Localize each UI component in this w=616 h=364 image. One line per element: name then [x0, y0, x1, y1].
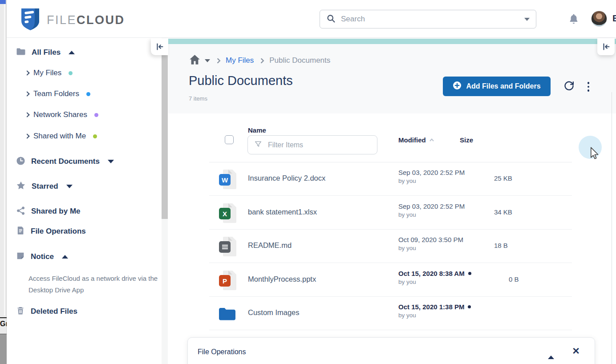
content-scrollbar-edge[interactable]	[612, 92, 612, 364]
trash-icon	[16, 306, 25, 317]
modified-by: by you	[398, 312, 471, 319]
star-icon	[16, 180, 26, 193]
expand-caret-icon	[108, 160, 114, 163]
panel-close-button[interactable]: ✕	[571, 345, 581, 357]
share-icon	[16, 206, 26, 218]
modified-date: Sep 03, 2020 2:52 PM	[398, 202, 465, 210]
modified-date: Oct 15, 2020 1:38 PM	[398, 303, 471, 311]
mouse-cursor	[590, 147, 600, 163]
collapse-caret-icon	[69, 51, 75, 54]
user-avatar[interactable]	[591, 11, 607, 27]
clock-icon	[16, 156, 26, 168]
sidebar: All Files My Files Team Folders Network …	[7, 38, 168, 364]
recent-change-dot	[468, 272, 471, 275]
main-content: My Files Public Documents Public Documen…	[168, 38, 616, 364]
breadcrumb-current: Public Documents	[269, 56, 330, 65]
chevron-right-icon	[24, 91, 29, 96]
file-name: README.md	[248, 241, 292, 250]
accent-bar	[168, 39, 616, 44]
search-scope-dropdown-icon[interactable]	[524, 18, 530, 21]
home-dropdown-caret-icon[interactable]	[205, 59, 210, 62]
modified-by: by you	[398, 279, 471, 285]
user-name-partial: E	[612, 13, 616, 24]
file-row-bank-statement[interactable]: X bank statement1.xlsx Sep 03, 2020 2:52…	[209, 196, 572, 230]
modified-by: by you	[398, 178, 465, 184]
notifications-bell-icon[interactable]	[568, 13, 579, 25]
modified-column-header[interactable]: Modified	[398, 136, 434, 144]
expand-caret-icon	[66, 185, 73, 188]
file-operations-panel: File Operations ✕	[187, 337, 595, 364]
status-dot	[69, 71, 73, 75]
file-size: 18 B	[494, 242, 508, 249]
sidebar-item-shared-with-me[interactable]: Shared with Me	[25, 130, 97, 142]
more-options-button[interactable]	[585, 81, 592, 93]
excel-file-icon: X	[219, 203, 238, 223]
search-icon	[326, 14, 336, 25]
filecloud-logo: FILECLOUD	[20, 7, 125, 33]
file-row-insurance-policy[interactable]: W Insurance Policy 2.docx Sep 03, 2020 2…	[209, 162, 572, 196]
breadcrumb: My Files Public Documents	[189, 54, 330, 67]
file-name: MonthlyProcess.pptx	[248, 275, 316, 283]
word-file-icon: W	[219, 169, 238, 190]
file-operations-panel-title: File Operations	[198, 348, 246, 356]
breadcrumb-chevron-icon	[215, 58, 221, 64]
modified-date: Oct 15, 2020 8:38 AM	[398, 270, 471, 277]
breadcrumb-link-my-files[interactable]: My Files	[226, 56, 254, 65]
sidebar-scrollbar-thumb[interactable]	[162, 38, 168, 219]
folder-name: Custom Images	[248, 308, 300, 317]
add-files-button[interactable]: Add Files and Folders	[443, 77, 551, 96]
file-row-monthly-process[interactable]: P MonthlyProcess.pptx Oct 15, 2020 8:38 …	[209, 263, 572, 297]
chevron-right-icon	[24, 112, 29, 117]
notice-text: Access FileCloud as a network drive via …	[28, 273, 162, 295]
funnel-icon	[254, 140, 262, 150]
status-dot	[94, 113, 98, 117]
size-column-header[interactable]: Size	[460, 136, 473, 144]
filter-box	[247, 135, 377, 154]
sidebar-item-recent-documents[interactable]: Recent Documents	[16, 155, 114, 168]
logo-text: FILECLOUD	[47, 13, 125, 27]
topbar: FILECLOUD E	[7, 0, 616, 38]
page-title: Public Documents	[189, 73, 293, 88]
filter-input[interactable]	[268, 141, 371, 149]
sidebar-item-shared-by-me[interactable]: Shared by Me	[16, 205, 81, 218]
search-input[interactable]	[341, 15, 519, 24]
sidebar-item-notice[interactable]: Notice	[16, 251, 68, 263]
sidebar-item-starred[interactable]: Starred	[16, 180, 73, 193]
refresh-icon	[563, 80, 575, 92]
status-dot	[93, 134, 97, 138]
background-window-titlebar	[0, 0, 6, 4]
modified-by: by you	[398, 211, 465, 218]
filecloud-shield-icon	[20, 7, 41, 33]
filecloud-app: Gr FILECLOUD	[0, 0, 616, 364]
modified-date: Sep 03, 2020 2:52 PM	[398, 169, 465, 176]
collapse-caret-icon	[62, 255, 68, 259]
collapse-left-icon	[601, 42, 611, 52]
panel-collapse-button[interactable]	[547, 348, 555, 356]
sidebar-item-my-files[interactable]: My Files	[25, 67, 73, 79]
sidebar-item-file-operations[interactable]: File Operations	[16, 225, 86, 238]
right-panel-collapse-button[interactable]	[597, 38, 615, 55]
powerpoint-file-icon: P	[219, 270, 238, 291]
sidebar-item-all-files[interactable]: All Files	[16, 46, 75, 59]
home-icon[interactable]	[189, 54, 201, 67]
recent-change-dot	[468, 305, 471, 308]
sort-ascending-icon	[429, 138, 434, 142]
sidebar-collapse-button[interactable]	[151, 38, 168, 55]
folder-row-custom-images[interactable]: Custom Images Oct 15, 2020 1:38 PM by yo…	[209, 297, 572, 330]
sidebar-item-team-folders[interactable]: Team Folders	[25, 88, 90, 100]
status-dot	[86, 92, 90, 96]
sidebar-item-deleted-files[interactable]: Deleted Files	[16, 305, 77, 318]
file-row-readme[interactable]: README.md Oct 09, 2020 3:50 PM by you 18…	[209, 230, 572, 263]
sidebar-item-network-shares[interactable]: Network Shares	[25, 109, 98, 121]
search-box	[320, 10, 536, 28]
document-icon	[16, 226, 25, 237]
modified-by: by you	[398, 245, 463, 251]
collapse-left-icon	[155, 42, 165, 52]
background-window: Gr	[0, 0, 7, 364]
select-all-checkbox[interactable]	[225, 135, 234, 144]
plus-circle-icon	[453, 81, 462, 92]
file-size: 0 B	[509, 275, 519, 283]
name-column-header[interactable]: Name	[248, 126, 266, 134]
folder-icon	[218, 307, 236, 323]
refresh-button[interactable]	[562, 80, 575, 93]
